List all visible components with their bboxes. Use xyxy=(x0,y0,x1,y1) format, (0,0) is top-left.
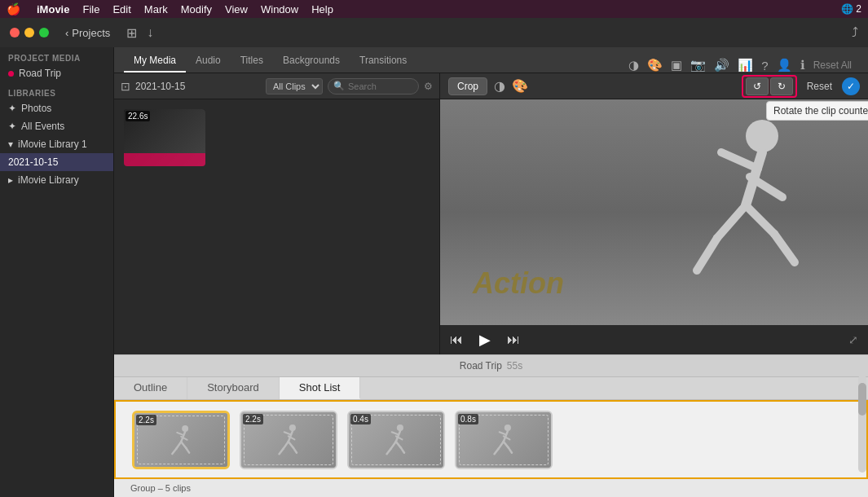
rewind-button[interactable]: ⏮ xyxy=(450,332,463,347)
tab-titles[interactable]: Titles xyxy=(231,50,273,73)
enhance-preview-icon[interactable]: ◑ xyxy=(494,78,505,94)
photos-label: Photos xyxy=(21,103,51,114)
sidebar-item-date[interactable]: 2021-10-15 xyxy=(0,153,113,171)
rotate-cw-button[interactable]: ↻ xyxy=(770,77,793,95)
scrollbar-thumb[interactable] xyxy=(858,383,866,416)
preview-controls: ⏮ ▶ ⏭ ⤢ xyxy=(440,325,868,354)
notification-icon[interactable]: 🌐 2 xyxy=(841,3,861,15)
color-preview-icon[interactable]: 🎨 xyxy=(512,78,528,94)
svg-line-22 xyxy=(289,442,293,448)
rotate-controls: ↺ ↻ xyxy=(742,75,797,98)
menu-edit[interactable]: Edit xyxy=(112,3,130,15)
chart-icon[interactable]: 📊 xyxy=(738,58,753,73)
vertical-scrollbar[interactable] xyxy=(858,375,866,473)
audio-icon[interactable]: 🔊 xyxy=(714,58,729,73)
crop-button[interactable]: Crop xyxy=(448,77,487,95)
enhance-icon[interactable]: ◑ xyxy=(628,58,639,73)
clip-thumbnail[interactable]: 22.6s xyxy=(124,109,205,166)
sidebar-item-all-events[interactable]: ✦ All Events xyxy=(0,117,113,135)
tab-shot-list[interactable]: Shot List xyxy=(280,377,361,399)
tab-my-media[interactable]: My Media xyxy=(124,50,186,73)
rotate-ccw-button[interactable]: ↺ xyxy=(746,77,769,95)
timeline-clip-4[interactable]: 0.8s xyxy=(455,411,553,469)
reset-all-label[interactable]: Reset All xyxy=(813,59,852,71)
search-input[interactable] xyxy=(348,81,413,91)
gear-icon[interactable]: ⚙ xyxy=(424,81,433,92)
clip-frame-2[interactable]: 2.2s xyxy=(240,411,337,469)
tab-transitions[interactable]: Transitions xyxy=(350,50,416,73)
menu-file[interactable]: File xyxy=(82,3,99,15)
svg-point-0 xyxy=(746,120,778,152)
menu-window[interactable]: Window xyxy=(261,3,298,15)
sidebar-item-photos[interactable]: ✦ Photos xyxy=(0,99,113,117)
traffic-lights xyxy=(10,28,49,37)
tab-backgrounds[interactable]: Backgrounds xyxy=(273,50,350,73)
share-icon[interactable]: ⤴ xyxy=(852,25,858,40)
main-layout: PROJECT MEDIA Road Trip LIBRARIES ✦ Phot… xyxy=(0,47,868,497)
timeline-clip-2[interactable]: 2.2s xyxy=(240,411,337,469)
chevron-left-icon: ‹ xyxy=(65,27,68,39)
clip-duration-1: 2.2s xyxy=(136,415,156,425)
tab-storyboard[interactable]: Storyboard xyxy=(187,377,280,399)
content-area: My Media Audio Titles Backgrounds Transi… xyxy=(114,47,868,497)
clip-duration-4: 0.8s xyxy=(458,414,478,424)
tab-audio[interactable]: Audio xyxy=(186,50,231,73)
svg-line-36 xyxy=(499,442,504,449)
panels-row: ⊡ 2021-10-15 All Clips 🔍 ⚙ xyxy=(114,73,868,354)
svg-line-18 xyxy=(284,432,291,434)
action-figure xyxy=(656,116,819,295)
expand-button[interactable]: ⤢ xyxy=(848,333,858,346)
projects-label: Projects xyxy=(72,27,110,39)
clip-frame-3[interactable]: 0.4s xyxy=(347,411,445,469)
media-content: 22.6s xyxy=(114,99,439,354)
libraries-title: LIBRARIES xyxy=(0,82,113,99)
svg-line-37 xyxy=(495,449,499,455)
svg-line-10 xyxy=(177,433,183,435)
photos-icon: ✦ xyxy=(8,103,16,114)
media-browser-toolbar: ⊡ 2021-10-15 All Clips 🔍 ⚙ xyxy=(114,73,439,99)
sidebar-item-imovie-library1[interactable]: ▾ iMovie Library 1 xyxy=(0,135,113,153)
menu-help[interactable]: Help xyxy=(311,3,333,15)
monitor-icon[interactable]: ▣ xyxy=(671,58,682,73)
dot-icon xyxy=(8,71,14,77)
svg-line-28 xyxy=(391,442,396,449)
play-button[interactable]: ▶ xyxy=(479,331,491,349)
clip-duration-2: 2.2s xyxy=(243,414,263,424)
reset-button[interactable]: Reset xyxy=(802,78,837,95)
minimize-button[interactable] xyxy=(24,28,34,37)
imovie-library2-label: iMovie Library xyxy=(18,174,79,186)
maximize-button[interactable] xyxy=(39,28,49,37)
sidebar-item-imovie-library2[interactable]: ▸ iMovie Library xyxy=(0,171,113,189)
sidebar-item-road-trip[interactable]: Road Trip xyxy=(0,64,113,82)
menu-view[interactable]: View xyxy=(225,3,248,15)
person-icon[interactable]: 👤 xyxy=(777,58,792,73)
menu-mark[interactable]: Mark xyxy=(144,3,168,15)
app-name[interactable]: iMovie xyxy=(37,3,69,15)
clip-frame-1[interactable]: 2.2s xyxy=(132,411,230,469)
clip-frame-4[interactable]: 0.8s xyxy=(455,411,553,469)
close-button[interactable] xyxy=(10,28,20,37)
apple-icon[interactable]: 🍎 xyxy=(7,2,20,15)
sidebar: PROJECT MEDIA Road Trip LIBRARIES ✦ Phot… xyxy=(0,47,114,497)
list-view-icon[interactable]: ⊡ xyxy=(121,80,130,93)
color-icon[interactable]: 🎨 xyxy=(647,58,663,73)
menu-modify[interactable]: Modify xyxy=(181,3,212,15)
all-clips-select[interactable]: All Clips xyxy=(266,78,323,95)
action-text: Action xyxy=(473,266,564,301)
camera-icon[interactable]: 📷 xyxy=(690,58,706,73)
imovie-library1-label: iMovie Library 1 xyxy=(18,139,87,150)
tab-outline[interactable]: Outline xyxy=(114,377,187,399)
grid-view-icon[interactable]: ⊞ xyxy=(126,25,137,41)
timeline-tabs: Outline Storyboard Shot List xyxy=(114,377,868,400)
title-bar: ‹ Projects ⊞ ↓ ⤴ xyxy=(0,18,868,47)
timeline-clip-3[interactable]: 0.4s xyxy=(347,411,445,469)
down-arrow-icon[interactable]: ↓ xyxy=(147,25,153,40)
forward-button[interactable]: ⏭ xyxy=(507,332,520,347)
info-icon[interactable]: ℹ xyxy=(800,58,805,73)
question-icon[interactable]: ? xyxy=(761,59,768,73)
preview-panel: Crop ◑ 🎨 ↺ ↻ Reset ✓ Rotate xyxy=(440,73,868,354)
projects-button[interactable]: ‹ Projects xyxy=(65,27,110,39)
done-button[interactable]: ✓ xyxy=(842,77,860,95)
timeline-clip-1[interactable]: 2.2s xyxy=(132,411,230,469)
svg-line-7 xyxy=(774,234,795,262)
